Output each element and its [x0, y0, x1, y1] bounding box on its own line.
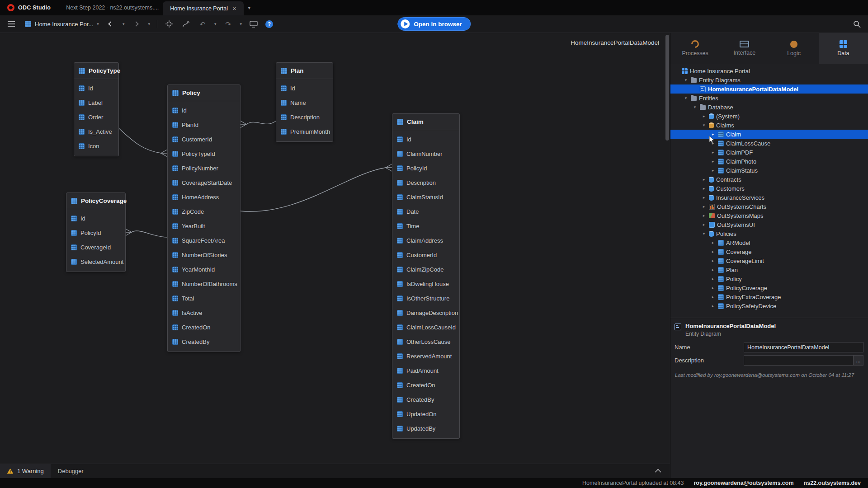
open-in-browser-button[interactable]: Open in browser: [397, 17, 471, 31]
entity-attribute-row-policytypeid[interactable]: PolicyTypeId: [168, 146, 240, 161]
tree-item-outsystemsui[interactable]: ▸OutSystemsUI: [670, 220, 868, 229]
entity-attribute-row-yearbuilt[interactable]: YearBuilt: [168, 219, 240, 233]
description-ellipsis-button[interactable]: ...: [853, 356, 863, 365]
caret-right-icon[interactable]: ▸: [710, 159, 716, 164]
entity-attribute-row-is-active[interactable]: Is_Active: [74, 124, 118, 139]
entity-header[interactable]: PolicyCoverage: [66, 193, 125, 209]
debugger-tab[interactable]: Debugger: [51, 468, 91, 474]
entity-attribute-row-numberofbathrooms[interactable]: NumberOfBathrooms: [168, 277, 240, 291]
entity-attribute-row-id[interactable]: Id: [74, 81, 118, 95]
chevron-up-icon[interactable]: [655, 469, 661, 475]
entity-box-plan[interactable]: PlanIdNameDescriptionPremiumMonth: [276, 62, 333, 142]
entity-attribute-row-claimzipcode[interactable]: ClaimZipCode: [392, 262, 459, 277]
entity-attribute-row-id[interactable]: Id: [392, 132, 459, 146]
back-icon[interactable]: [106, 18, 116, 30]
entity-attribute-row-damagedescription[interactable]: DamageDescription: [392, 305, 459, 320]
entity-header[interactable]: PolicyType: [74, 63, 118, 79]
entity-box-policytype[interactable]: PolicyTypeIdLabelOrderIs_ActiveIcon: [74, 62, 119, 156]
entity-attribute-row-zipcode[interactable]: ZipCode: [168, 204, 240, 219]
caret-right-icon[interactable]: ▸: [701, 114, 707, 118]
tree-item-contracts[interactable]: ▸Contracts: [670, 175, 868, 184]
caret-right-icon[interactable]: ▸: [710, 286, 716, 290]
tree-item-home-insurance-portal[interactable]: Home Insurance Portal: [670, 66, 868, 75]
caret-right-icon[interactable]: ▸: [701, 204, 707, 209]
vertical-scrollbar[interactable]: [665, 34, 670, 463]
entity-attribute-row-numberofstories[interactable]: NumberOfStories: [168, 248, 240, 262]
tab-processes[interactable]: Processes: [670, 33, 720, 64]
caret-right-icon[interactable]: ▸: [710, 240, 716, 245]
caret-right-icon[interactable]: ▸: [701, 195, 707, 200]
caret-right-icon[interactable]: ▸: [710, 150, 716, 155]
entity-attribute-row-label[interactable]: Label: [74, 95, 118, 110]
entity-attribute-row-icon[interactable]: Icon: [74, 139, 118, 153]
entity-attribute-row-order[interactable]: Order: [74, 110, 118, 124]
entity-attribute-row-planid[interactable]: PlanId: [168, 117, 240, 132]
entity-header[interactable]: Plan: [276, 63, 333, 79]
tree-item-policycoverage[interactable]: ▸PolicyCoverage: [670, 283, 868, 292]
forward-history-caret-icon[interactable]: ▾: [148, 22, 150, 26]
entity-attribute-row-id[interactable]: Id: [66, 211, 125, 225]
entity-attribute-row-customerid[interactable]: CustomerId: [168, 132, 240, 146]
entity-attribute-row-date[interactable]: Date: [392, 204, 459, 219]
tree-item-claimphoto[interactable]: ▸ClaimPhoto: [670, 157, 868, 166]
entity-attribute-row-customerid[interactable]: CustomerId: [392, 248, 459, 262]
entity-attribute-row-claimlosscauseid[interactable]: ClaimLossCauseId: [392, 320, 459, 334]
entity-box-claim[interactable]: ClaimIdClaimNumberPolicyIdDescriptionCla…: [392, 113, 460, 439]
caret-right-icon[interactable]: ▸: [710, 295, 716, 299]
entity-attribute-row-claimnumber[interactable]: ClaimNumber: [392, 146, 459, 161]
entity-attribute-row-coveragestartdate[interactable]: CoverageStartDate: [168, 175, 240, 190]
tree-item-coveragelimit[interactable]: ▸CoverageLimit: [670, 256, 868, 265]
tree-item-outsystemscharts[interactable]: ▸OutSystemsCharts: [670, 202, 868, 211]
tree-item-entities[interactable]: ▾Entities: [670, 94, 868, 103]
entity-attribute-row-time[interactable]: Time: [392, 219, 459, 233]
tree-item-database[interactable]: ▾Database: [670, 103, 868, 112]
description-input[interactable]: [744, 355, 863, 366]
tree-item-policysafetydevice[interactable]: ▸PolicySafetyDevice: [670, 301, 868, 310]
entity-attribute-row-isactive[interactable]: IsActive: [168, 305, 240, 320]
tree-item-claim[interactable]: ▸Claim: [670, 130, 868, 139]
tree-item-claims[interactable]: ▾Claims: [670, 121, 868, 130]
search-icon[interactable]: [852, 18, 862, 30]
caret-down-icon[interactable]: ▾: [683, 96, 689, 100]
caret-right-icon[interactable]: ▸: [710, 258, 716, 263]
entity-attribute-row-total[interactable]: Total: [168, 291, 240, 305]
scrollbar-thumb[interactable]: [665, 35, 669, 141]
entity-attribute-row-yearmonthid[interactable]: YearMonthId: [168, 262, 240, 277]
menu-icon[interactable]: [6, 18, 16, 30]
tab-interface[interactable]: Interface: [720, 33, 769, 64]
undo-history-caret-icon[interactable]: ▾: [214, 22, 217, 26]
undo-icon[interactable]: ↶: [198, 18, 208, 30]
caret-right-icon[interactable]: ▸: [701, 222, 707, 227]
entity-diagram-canvas[interactable]: HomeInsurancePortalDataModel PolicyTypeI…: [0, 33, 670, 464]
caret-right-icon[interactable]: ▸: [710, 304, 716, 308]
entity-attribute-row-id[interactable]: Id: [276, 81, 333, 95]
redo-history-caret-icon[interactable]: ▾: [240, 22, 242, 26]
tree-item-plan[interactable]: ▸Plan: [670, 265, 868, 274]
caret-down-icon[interactable]: ▾: [701, 231, 707, 236]
caret-right-icon[interactable]: ▸: [701, 213, 707, 218]
merge-icon[interactable]: [181, 18, 191, 30]
caret-right-icon[interactable]: ▸: [701, 177, 707, 182]
tree-item-claimlosscause[interactable]: ▸ClaimLossCause: [670, 139, 868, 148]
entity-attribute-row-squarefeetarea[interactable]: SquareFeetArea: [168, 233, 240, 248]
entity-attribute-row-selectedamount[interactable]: SelectedAmount: [66, 254, 125, 269]
entity-attribute-row-policyid[interactable]: PolicyId: [66, 225, 125, 240]
caret-right-icon[interactable]: ▸: [710, 277, 716, 281]
target-icon[interactable]: [164, 18, 174, 30]
tree-item-claimpdf[interactable]: ▸ClaimPDF: [670, 148, 868, 157]
entity-header[interactable]: Claim: [392, 114, 459, 130]
entity-attribute-row-createdby[interactable]: CreatedBy: [392, 392, 459, 407]
entity-box-policy[interactable]: PolicyIdPlanIdCustomerIdPolicyTypeIdPoli…: [167, 84, 241, 352]
entity-attribute-row-createdon[interactable]: CreatedOn: [392, 378, 459, 392]
tree-item-policyextracoverage[interactable]: ▸PolicyExtraCoverage: [670, 292, 868, 301]
entity-attribute-row-createdby[interactable]: CreatedBy: [168, 334, 240, 349]
entity-attribute-row-otherlosscause[interactable]: OtherLossCause: [392, 334, 459, 349]
tab-logic[interactable]: Logic: [769, 33, 819, 64]
caret-right-icon[interactable]: ▸: [710, 249, 716, 254]
entity-attribute-row-id[interactable]: Id: [168, 103, 240, 117]
entity-attribute-row-isdwelinghouse[interactable]: IsDwelingHouse: [392, 277, 459, 291]
tree-item-insuranceservices[interactable]: ▸InsuranceServices: [670, 193, 868, 202]
monitor-icon[interactable]: [249, 18, 259, 30]
tree-item-system[interactable]: ▸(System): [670, 112, 868, 121]
tree-item-armodel[interactable]: ▸ARModel: [670, 238, 868, 247]
